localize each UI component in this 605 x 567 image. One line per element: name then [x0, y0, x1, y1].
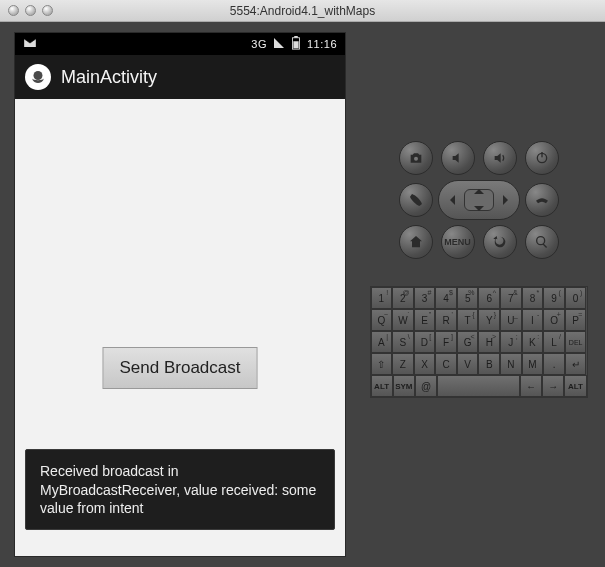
- app-bar: MainActivity: [15, 55, 345, 99]
- key-alt[interactable]: ALT: [564, 375, 586, 397]
- key-m[interactable]: M: [522, 353, 544, 375]
- emulator-body: 3G 11:16 MainActivity Send Broadcast: [0, 22, 605, 567]
- key-y[interactable]: Y}: [478, 309, 500, 331]
- camera-button[interactable]: [399, 141, 433, 175]
- key-r[interactable]: R': [435, 309, 457, 331]
- key-t[interactable]: T{: [457, 309, 479, 331]
- key-↵[interactable]: ↵: [565, 353, 587, 375]
- key-e[interactable]: E": [414, 309, 436, 331]
- key-2[interactable]: 2@: [392, 287, 414, 309]
- dpad-right-icon[interactable]: [503, 195, 513, 205]
- menu-button[interactable]: MENU: [441, 225, 475, 259]
- network-label: 3G: [251, 38, 267, 50]
- back-button[interactable]: [483, 225, 517, 259]
- key-x[interactable]: X: [414, 353, 436, 375]
- svg-point-4: [34, 71, 43, 80]
- dpad-up-icon[interactable]: [474, 184, 484, 194]
- close-window-button[interactable]: [8, 5, 19, 16]
- svg-point-5: [414, 157, 418, 161]
- key-9[interactable]: 9(: [543, 287, 565, 309]
- key-j[interactable]: J;: [500, 331, 522, 353]
- app-icon: [25, 64, 51, 90]
- key-alt[interactable]: ALT: [371, 375, 393, 397]
- status-bar: 3G 11:16: [15, 33, 345, 55]
- dpad[interactable]: [438, 180, 520, 220]
- home-button[interactable]: [399, 225, 433, 259]
- app-content: Send Broadcast Received broadcast in MyB…: [15, 99, 345, 556]
- status-clock: 11:16: [307, 38, 337, 50]
- key-space[interactable]: [437, 375, 520, 397]
- svg-rect-2: [293, 41, 298, 48]
- key-s[interactable]: S\: [392, 331, 414, 353]
- key-d[interactable]: D[: [414, 331, 436, 353]
- call-button[interactable]: [399, 183, 433, 217]
- key-h[interactable]: H>: [478, 331, 500, 353]
- volume-down-button[interactable]: [441, 141, 475, 175]
- window-titlebar: 5554:Android4.1_withMaps: [0, 0, 605, 22]
- key-n[interactable]: N: [500, 353, 522, 375]
- end-call-button[interactable]: [525, 183, 559, 217]
- svg-rect-1: [294, 36, 298, 38]
- key-→[interactable]: →: [542, 375, 564, 397]
- power-button[interactable]: [525, 141, 559, 175]
- key-f[interactable]: F]: [435, 331, 457, 353]
- key-⇧[interactable]: ⇧: [371, 353, 393, 375]
- key-1[interactable]: 1!: [371, 287, 393, 309]
- key-i[interactable]: I-: [522, 309, 544, 331]
- key-w[interactable]: W`: [392, 309, 414, 331]
- key-←[interactable]: ←: [520, 375, 542, 397]
- volume-up-button[interactable]: [483, 141, 517, 175]
- signal-icon: [273, 37, 285, 51]
- key-u[interactable]: U_: [500, 309, 522, 331]
- key-o[interactable]: O+: [543, 309, 565, 331]
- zoom-window-button[interactable]: [42, 5, 53, 16]
- key-q[interactable]: Q~: [371, 309, 393, 331]
- key-0[interactable]: 0): [565, 287, 587, 309]
- toast-message: Received broadcast in MyBroadcastReceive…: [25, 449, 335, 530]
- phone-screen: 3G 11:16 MainActivity Send Broadcast: [14, 32, 346, 557]
- key-7[interactable]: 7&: [500, 287, 522, 309]
- dpad-left-icon[interactable]: [445, 195, 455, 205]
- key-sym[interactable]: SYM: [393, 375, 415, 397]
- svg-rect-7: [541, 152, 542, 157]
- app-title: MainActivity: [61, 67, 157, 88]
- battery-icon: [291, 36, 301, 52]
- key-3[interactable]: 3#: [414, 287, 436, 309]
- key-b[interactable]: B: [478, 353, 500, 375]
- key-c[interactable]: C: [435, 353, 457, 375]
- minimize-window-button[interactable]: [25, 5, 36, 16]
- key-.[interactable]: .: [543, 353, 565, 375]
- send-broadcast-button[interactable]: Send Broadcast: [103, 347, 258, 389]
- key-8[interactable]: 8*: [522, 287, 544, 309]
- key-k[interactable]: K:: [522, 331, 544, 353]
- key-l[interactable]: L/: [543, 331, 565, 353]
- key-6[interactable]: 6^: [478, 287, 500, 309]
- key-4[interactable]: 4$: [435, 287, 457, 309]
- dpad-down-icon[interactable]: [474, 206, 484, 216]
- search-button[interactable]: [525, 225, 559, 259]
- hardware-buttons: MENU: [398, 140, 560, 260]
- window-title: 5554:Android4.1_withMaps: [0, 4, 605, 18]
- key-g[interactable]: G<: [457, 331, 479, 353]
- key-p[interactable]: P=: [565, 309, 587, 331]
- onscreen-keyboard: 1!2@3#4$5%6^7&8*9(0) Q~W`E"R'T{Y}U_I-O+P…: [370, 286, 588, 398]
- key-z[interactable]: Z: [392, 353, 414, 375]
- key-del[interactable]: DEL: [565, 331, 587, 353]
- mail-icon: [23, 36, 37, 53]
- key-a[interactable]: A|: [371, 331, 393, 353]
- key-v[interactable]: V: [457, 353, 479, 375]
- svg-rect-9: [542, 243, 547, 248]
- key-5[interactable]: 5%: [457, 287, 479, 309]
- key-@[interactable]: @: [415, 375, 437, 397]
